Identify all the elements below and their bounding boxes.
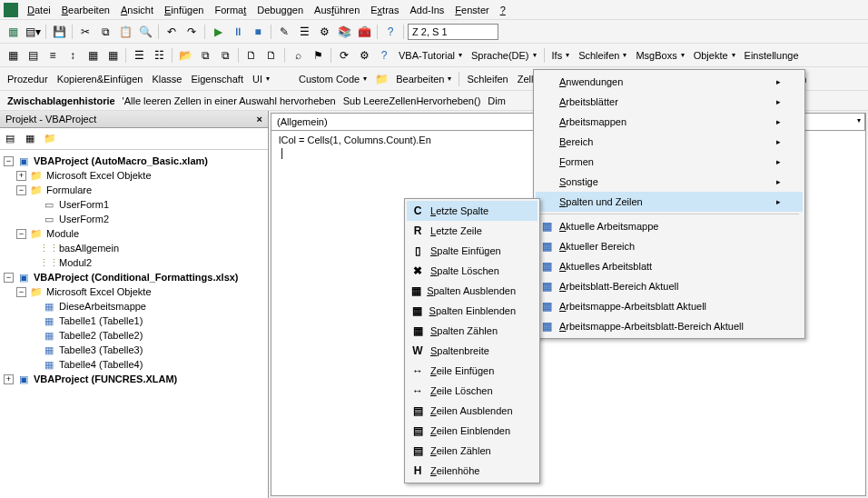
tree-node[interactable]: ▦Tabelle3 (Tabelle3) <box>4 343 264 357</box>
icon[interactable]: 🗋 <box>242 46 261 65</box>
einstellungen-dd[interactable]: Einstellunge <box>741 48 803 63</box>
project-tree[interactable]: −▣VBAProject (AutoMacro_Basic.xlam)+📁Mic… <box>0 150 268 390</box>
tree-node[interactable]: ▦Tabelle1 (Tabelle1) <box>4 314 264 328</box>
properties-icon[interactable]: ⚙ <box>315 23 333 41</box>
submenu-item[interactable]: ▤Zeilen Zählen <box>407 441 538 461</box>
tree-node[interactable]: +📁Microsoft Excel Objekte <box>4 168 264 183</box>
submenu-item[interactable]: ▯Spalte Einfügen <box>407 241 538 261</box>
icon[interactable]: ↕ <box>64 46 82 65</box>
tree-toggle[interactable]: − <box>4 156 14 166</box>
icon[interactable]: ≡ <box>44 46 62 65</box>
menu-format[interactable]: Format <box>209 3 252 17</box>
redo-icon[interactable]: ↷ <box>182 23 201 41</box>
cell-ref-input[interactable] <box>408 24 498 40</box>
tree-node[interactable]: −📁Formulare <box>4 183 264 197</box>
prozedur-btn[interactable]: Prozedur <box>4 72 52 86</box>
submenu-item[interactable]: ↔Zeile Löschen <box>407 381 538 401</box>
undo-icon[interactable]: ↶ <box>163 23 181 41</box>
menu-ansicht[interactable]: Ansicht <box>115 3 159 17</box>
icon[interactable]: ☷ <box>150 46 168 65</box>
menu-item[interactable]: ▦Aktuelles Arbeitsblatt <box>536 256 803 276</box>
tree-toggle[interactable]: − <box>4 273 14 283</box>
icon[interactable]: ▦ <box>104 46 122 65</box>
eigenschaft-btn[interactable]: Eigenschaft <box>187 72 246 86</box>
toolbox-icon[interactable]: 🧰 <box>355 23 373 41</box>
stop-icon[interactable]: ■ <box>249 23 267 41</box>
submenu-item[interactable]: ▤Zeilen Ausblenden <box>407 401 538 421</box>
menu-ausfuehren[interactable]: Ausführen <box>309 3 365 17</box>
menu-help[interactable]: ? <box>495 3 511 17</box>
tree-toggle[interactable]: + <box>16 171 26 181</box>
menu-item[interactable]: ▦Arbeitsmappe-Arbeitsblatt Aktuell <box>536 296 803 316</box>
ui-dd[interactable]: UI <box>249 72 273 86</box>
object-combo[interactable]: (Allgemein) <box>271 114 568 130</box>
vba-tutorial-dd[interactable]: VBA-Tutorial <box>395 48 466 63</box>
icon[interactable]: ⚑ <box>309 46 327 65</box>
menu-item[interactable]: ▦Aktueller Bereich <box>536 236 803 256</box>
close-icon[interactable]: × <box>257 114 262 124</box>
tree-node[interactable]: ▦Tabelle2 (Tabelle2) <box>4 328 264 343</box>
menu-datei[interactable]: Datei <box>22 3 56 17</box>
menu-item[interactable]: Arbeitsblätter▸ <box>536 92 803 112</box>
tree-toggle[interactable]: + <box>4 374 14 384</box>
tree-node[interactable]: ▭UserForm2 <box>4 212 264 226</box>
kopieren-btn[interactable]: Kopieren&Einfügen <box>54 72 147 86</box>
menu-item[interactable]: Arbeitsmappen▸ <box>536 112 803 132</box>
icon[interactable]: ▤ <box>24 46 42 65</box>
tree-node[interactable]: −📁Module <box>4 226 264 241</box>
design-icon[interactable]: ✎ <box>275 23 293 41</box>
tree-node[interactable]: +▣VBAProject (FUNCRES.XLAM) <box>4 372 264 386</box>
menu-item[interactable]: Formen▸ <box>536 152 803 172</box>
submenu-item[interactable]: HZeilenhöhe <box>407 461 538 481</box>
view-obj-icon[interactable]: ▦ <box>22 131 38 147</box>
menu-bearbeiten[interactable]: Bearbeiten <box>56 3 115 17</box>
ifs-dd[interactable]: Ifs <box>548 48 574 63</box>
menu-item[interactable]: Sonstige▸ <box>536 172 803 192</box>
msgboxs-dd[interactable]: MsgBoxs <box>632 48 687 63</box>
objekte-dd[interactable]: Objekte <box>690 48 739 63</box>
menu-extras[interactable]: Extras <box>365 3 404 17</box>
submenu-item[interactable]: ✖Spalte Löschen <box>407 261 538 281</box>
tree-toggle[interactable]: − <box>16 287 26 297</box>
klasse-btn[interactable]: Klasse <box>148 72 185 86</box>
submenu-item[interactable]: ↔Zeile Einfügen <box>407 361 538 381</box>
tree-node[interactable]: ▦DieseArbeitsmappe <box>4 299 264 314</box>
save-icon[interactable]: 💾 <box>50 23 68 41</box>
paste-icon[interactable]: 📋 <box>116 23 134 41</box>
custom-code-dd[interactable]: Custom Code <box>295 72 370 86</box>
proj-explorer-icon[interactable]: ☰ <box>295 23 313 41</box>
menu-einfuegen[interactable]: Einfügen <box>159 3 209 17</box>
folder-toggle-icon[interactable]: 📁 <box>42 131 58 147</box>
tree-node[interactable]: ⋮⋮Modul2 <box>4 255 264 270</box>
tree-node[interactable]: −▣VBAProject (AutoMacro_Basic.xlam) <box>4 154 264 168</box>
icon[interactable]: 🗋 <box>262 46 281 65</box>
excel-icon[interactable]: ▦ <box>4 23 22 41</box>
icon[interactable]: ⧉ <box>216 46 234 65</box>
language-dd[interactable]: Sprache(DE) <box>468 48 540 63</box>
menu-item[interactable]: ▦Arbeitsblatt-Bereich Aktuell <box>536 276 803 296</box>
submenu-item[interactable]: CLetzte Spalte <box>407 201 538 221</box>
schleifen-dd[interactable]: Schleifen <box>575 48 630 63</box>
menu-item[interactable]: Bereich▸ <box>536 132 803 152</box>
menu-item[interactable]: ▦Aktuelle Arbeitsmappe <box>536 216 803 236</box>
menu-item[interactable]: ▦Arbeitsmappe-Arbeitsblatt-Bereich Aktue… <box>536 316 803 336</box>
submenu-item[interactable]: ▦Spalten Zählen <box>407 321 538 341</box>
submenu-item[interactable]: RLetzte Zeile <box>407 221 538 241</box>
pause-icon[interactable]: ⏸ <box>229 23 247 41</box>
icon[interactable]: ▦ <box>84 46 102 65</box>
folder-icon[interactable]: 📁 <box>372 70 390 88</box>
tree-node[interactable]: −▣VBAProject (Conditional_Formattings.xl… <box>4 270 264 284</box>
schleifen2-btn[interactable]: Schleifen <box>463 72 511 86</box>
folder-open-icon[interactable]: 📂 <box>176 46 194 65</box>
icon[interactable]: ☰ <box>130 46 148 65</box>
object-browser-icon[interactable]: 📚 <box>335 23 353 41</box>
icon[interactable]: ⚙ <box>355 46 373 65</box>
submenu-item[interactable]: ▤Zeilen Einblenden <box>407 421 538 441</box>
tree-toggle[interactable]: − <box>16 229 26 239</box>
tree-node[interactable]: ⋮⋮basAllgemein <box>4 241 264 255</box>
help2-icon[interactable]: ? <box>375 46 393 65</box>
copy-icon[interactable]: ⧉ <box>96 23 114 41</box>
submenu-item[interactable]: ▦Spalten Einblenden <box>407 301 538 321</box>
submenu-item[interactable]: ▦Spalten Ausblenden <box>407 281 538 301</box>
view-code-icon[interactable]: ▤ <box>2 131 18 147</box>
